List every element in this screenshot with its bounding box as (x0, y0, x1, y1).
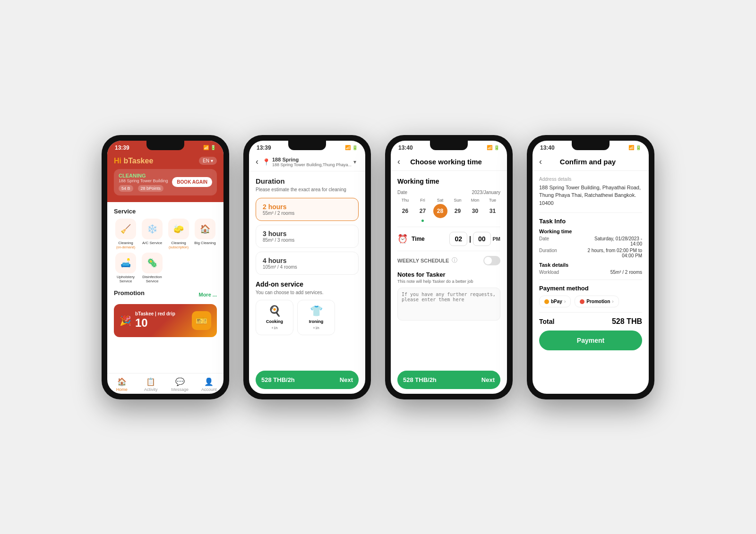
next-button-3[interactable]: 528 THB/2h Next (397, 371, 500, 389)
weekly-toggle[interactable] (483, 256, 500, 265)
address-text: 188 Spring Tower Building, Phayathai Roa… (539, 184, 642, 207)
confirm-title: Confirm and pay (542, 158, 634, 166)
service-cleaning-ondemand[interactable]: 🧹 Cleaning(on-demand) (114, 219, 137, 250)
phone-working-time: 13:40 📶 🔋 ‹ Choose working time Working … (385, 135, 513, 399)
calendar-row: Thu 26 Fri 27 Sat 28 Sun 29 (397, 198, 500, 222)
location-row: 📍 188 Spring 188 Spring Tower Building,T… (262, 157, 359, 167)
task-info-section-title: Task Info (539, 218, 642, 225)
time-minute-input[interactable]: 00 (473, 232, 491, 246)
home-greeting: Hi bTaskee (114, 157, 153, 165)
service-big-cleaning[interactable]: 🏠 Big Cleaning (193, 219, 217, 250)
duration-2h[interactable]: 2 hours 55m² / 2 rooms (256, 198, 359, 221)
back-button-2[interactable]: ‹ (256, 157, 258, 167)
next-button-2[interactable]: 528 THB/2h Next (256, 371, 359, 389)
nav-home-label: Home (116, 387, 128, 392)
phone-duration: 13:39 📶 🔋 ‹ 📍 188 Spring 188 Spring Towe… (243, 135, 371, 399)
book-again-button[interactable]: BOOK AGAIN (172, 177, 212, 187)
nav-home[interactable]: 🏠 Home (107, 377, 137, 392)
price-label-3: 528 THB/2h (403, 376, 437, 383)
duration-3h[interactable]: 3 hours 85m² / 3 rooms (256, 225, 359, 248)
promo-icon (580, 299, 584, 304)
message-nav-icon: 💬 (175, 377, 185, 386)
service-upholstery[interactable]: 🛋️ Upholstery Service (114, 253, 137, 284)
nav-activity[interactable]: 📋 Activity (137, 377, 166, 392)
time-period-label: PM (493, 236, 501, 242)
cal-day-sun[interactable]: Sun 29 (450, 198, 465, 222)
service-cleaning-sub[interactable]: 🧽 Cleaning(subscription) (167, 219, 190, 250)
addon-grid: 🍳 Cooking +1h 👕 Ironing +1h (256, 300, 359, 335)
service-section-title: Service (114, 208, 217, 215)
cooking-icon: 🍳 (268, 305, 281, 317)
weekly-info-icon: ⓘ (452, 256, 457, 264)
nav-message-label: Message (171, 387, 189, 392)
app-scene: 13:39 📶 🔋 Hi bTaskee EN ▾ CLEANING (102, 135, 654, 399)
bpay-icon (544, 299, 549, 304)
date-val: Saturday, 01/28/2023 - 14:00 (585, 236, 642, 246)
addon-cooking[interactable]: 🍳 Cooking +1h (256, 300, 293, 335)
nav-account[interactable]: 👤 Account (195, 377, 224, 392)
disinfection-icon: 🦠 (142, 253, 163, 273)
home-header: Hi bTaskee EN ▾ CLEANING 188 Spring Towe… (107, 153, 223, 202)
task-address: 188 Spring Tower Building (119, 178, 168, 183)
working-time-group-title: Working time (539, 229, 642, 234)
duration-sub: Please estimate the exact area for clean… (256, 187, 359, 192)
bpay-method[interactable]: bPay › (539, 296, 571, 307)
price-label-2: 528 THB/2h (261, 376, 295, 383)
addon-ironing[interactable]: 👕 Ironing +1h (297, 300, 335, 335)
cal-day-fri[interactable]: Fri 27 (415, 198, 430, 222)
duration-title: Duration (256, 177, 359, 185)
time-hour-input[interactable]: 02 (449, 232, 467, 246)
bottom-bar-3: 528 THB/2h Next (391, 366, 507, 394)
time-icon: ⏰ (397, 234, 408, 244)
date-key: Date (539, 236, 549, 246)
service-disinfection[interactable]: 🦠 Disinfection Service (140, 253, 164, 284)
notch-2 (288, 141, 326, 150)
status-time-2: 13:39 (257, 144, 271, 151)
task-points-b: 54 B (119, 185, 133, 192)
total-value: 528 THB (612, 317, 642, 326)
bpay-arrow-icon: › (564, 299, 566, 304)
phone-confirm-pay: 13:40 📶 🔋 ‹ Confirm and pay Address deta… (527, 135, 654, 399)
time-row: ⏰ Time 02 | 00 PM (397, 227, 500, 251)
screen-body-2: Duration Please estimate the exact area … (249, 171, 365, 366)
weekly-toggle-row: WEEKLY SCHEDULE ⓘ (397, 256, 500, 265)
workload-val: 55m² / 2 rooms (610, 270, 642, 275)
year-month-label: 2023/January (472, 190, 500, 195)
addon-title: Add-on service (256, 280, 359, 288)
promo-banner[interactable]: 🎉 bTaskee | red drip10 🎫 (114, 304, 217, 337)
activity-nav-icon: 📋 (146, 377, 155, 386)
cal-day-sat[interactable]: Sat 28 (432, 198, 448, 222)
screen-header-2: ‹ 📍 188 Spring 188 Spring Tower Building… (249, 153, 365, 171)
bpay-label: bPay (551, 299, 562, 304)
home-body: Service 🧹 Cleaning(on-demand) ❄️ A/C Ser… (107, 202, 223, 373)
nav-message[interactable]: 💬 Message (165, 377, 195, 392)
promo-label: Promotion (586, 299, 610, 304)
location-pin-icon: 📍 (262, 158, 270, 166)
language-badge[interactable]: EN ▾ (199, 157, 217, 165)
date-label: Date (397, 190, 407, 195)
payment-title: Payment method (539, 285, 642, 292)
location-text: 188 Spring 188 Spring Tower Building,Thu… (272, 157, 352, 167)
cal-day-tue[interactable]: Tue 31 (485, 198, 500, 222)
upholstery-icon: 🛋️ (115, 253, 136, 273)
duration-val: 2 hours, from 02:00 PM to 04:00 PM (585, 248, 642, 258)
task-info-section: Task Info Working time Date Saturday, 01… (539, 212, 642, 275)
more-link[interactable]: More ... (198, 292, 217, 297)
confirm-header: ‹ Confirm and pay (533, 153, 649, 171)
cal-day-thu[interactable]: Thu 26 (397, 198, 413, 222)
address-label: Address details (539, 177, 642, 182)
promotion-title: Promotion (114, 289, 145, 297)
cal-day-mon[interactable]: Mon 30 (467, 198, 483, 222)
promo-arrow-icon: › (612, 299, 613, 304)
status-icons-4: 📶 🔋 (628, 145, 641, 150)
task-card: CLEANING 188 Spring Tower Building 54 B … (114, 169, 217, 195)
notes-textarea[interactable] (397, 288, 500, 321)
duration-4h[interactable]: 4 hours 105m² / 4 rooms (256, 252, 359, 275)
promotion-method[interactable]: Promotion › (575, 296, 619, 307)
nav-account-label: Account (201, 387, 217, 392)
notch-4 (572, 141, 610, 150)
wt-screen-title: Choose working time (400, 158, 492, 166)
payment-button[interactable]: Payment (539, 331, 642, 350)
service-ac[interactable]: ❄️ A/C Service (140, 219, 164, 250)
wt-body: Working time Date 2023/January Thu 26 Fr… (391, 171, 507, 366)
